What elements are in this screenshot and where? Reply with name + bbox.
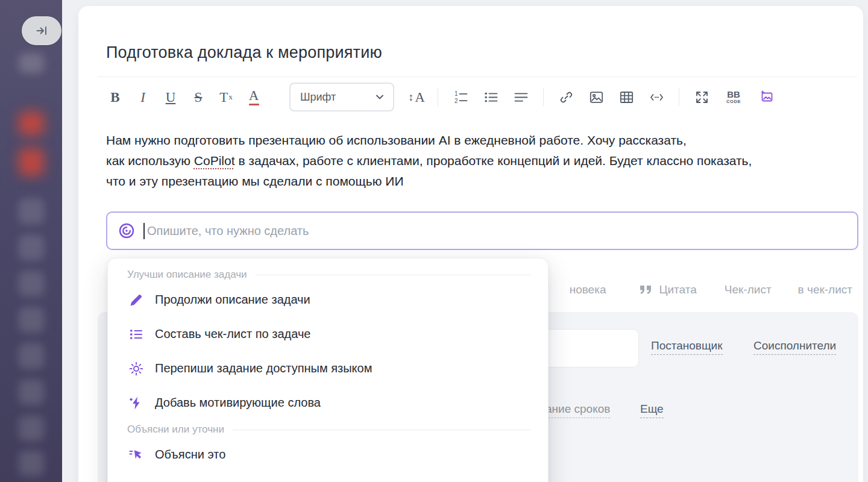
sidebar-item-blurred[interactable] [19, 199, 44, 224]
divider [98, 77, 857, 77]
chevron-down-icon [374, 92, 385, 102]
mention-button[interactable]: новека [570, 283, 606, 296]
sidebar-item-blurred[interactable] [19, 451, 44, 476]
menu-item-add-motivation[interactable]: Добавь мотивирующие слова [108, 386, 548, 420]
toolbar-divider [679, 88, 679, 106]
checklist-icon [128, 327, 144, 342]
text-cursor [143, 223, 145, 239]
spark-icon [128, 395, 144, 411]
section-rule [233, 430, 531, 430]
link-icon [559, 90, 574, 105]
quote-button[interactable]: Цитата [640, 283, 696, 296]
font-size-button[interactable]: ↕ A [403, 85, 430, 109]
copilot-menu: Улучши описание задачи Продолжи описание… [107, 258, 549, 482]
insert-link-button[interactable] [551, 85, 581, 109]
bbcode-button[interactable]: BB CODE [717, 85, 750, 109]
align-left-button[interactable] [506, 85, 536, 109]
copilot-prompt-input[interactable]: Опишите, что нужно сделать [106, 211, 858, 250]
copilot-placeholder: Опишите, что нужно сделать [147, 224, 309, 238]
code-icon [649, 90, 664, 105]
toolbar-divider [543, 88, 544, 106]
checklist-button[interactable]: Чек-лист [725, 283, 772, 296]
ordered-list-icon: 1 2 [453, 90, 468, 105]
sidebar-item-blurred[interactable] [19, 53, 44, 74]
strikethrough-button[interactable]: S [184, 85, 212, 109]
page-title: Подготовка доклада к мероприятию [106, 43, 382, 62]
underline-button[interactable]: U [157, 85, 184, 109]
svg-text:1: 1 [454, 90, 458, 97]
sun-icon [128, 361, 144, 377]
italic-button[interactable]: I [129, 85, 157, 109]
collapse-sidebar-icon [35, 24, 48, 37]
editor-toolbar: B I U S Tx A Шрифт ↕ A 1 2 [101, 83, 783, 111]
description-line: что и эту презентацию мы сделали с помощ… [106, 171, 752, 192]
more-link[interactable]: Еще [640, 402, 664, 418]
spellcheck-word: CoPilot [194, 154, 235, 167]
table-icon [619, 90, 634, 105]
insert-image-button[interactable] [581, 85, 611, 109]
ordered-list-button[interactable]: 1 2 [445, 85, 476, 109]
app-window: Подготовка доклада к мероприятию B I U S… [0, 0, 868, 482]
sidebar-item-blurred[interactable] [19, 307, 44, 333]
menu-item-explain-this[interactable]: Объясни это [108, 437, 548, 472]
clear-format-button[interactable]: Tx [212, 85, 240, 109]
menu-item-rewrite-simple[interactable]: Перепиши задание доступным языком [108, 351, 548, 386]
task-card: Подготовка доклада к мероприятию B I U S… [78, 6, 863, 482]
expand-icon [694, 90, 709, 105]
menu-item-continue-description[interactable]: Продолжи описание задачи [108, 283, 548, 317]
bullet-list-icon [483, 90, 498, 105]
font-family-select[interactable]: Шрифт [289, 83, 394, 111]
sidebar-notification-blurred[interactable] [19, 111, 44, 136]
sidebar-item-blurred[interactable] [19, 271, 44, 296]
description-line: Нам нужно подготовить презентацию об исп… [106, 130, 752, 151]
sidebar-notification-blurred[interactable] [19, 148, 44, 176]
copilot-icon [118, 222, 135, 239]
toolbar-divider [438, 88, 438, 106]
color-bar [249, 104, 259, 105]
ai-image-button[interactable] [750, 85, 783, 109]
image-icon [589, 90, 604, 105]
description-line: как использую CoPilot в задачах, работе … [106, 151, 752, 171]
to-checklist-button[interactable]: в чек-лист [798, 283, 852, 296]
magic-image-icon [759, 89, 775, 105]
bbcode-icon: BB CODE [726, 90, 741, 104]
sidebar-item-blurred[interactable] [19, 235, 44, 260]
section-rule [256, 275, 531, 275]
sidebar-item-blurred[interactable] [19, 416, 44, 441]
task-description-editor[interactable]: Нам нужно подготовить презентацию об исп… [106, 130, 752, 192]
menu-item-make-checklist[interactable]: Составь чек-лист по задаче [108, 317, 548, 351]
sidebar-item-blurred[interactable] [19, 380, 44, 405]
text-color-button[interactable]: A [240, 85, 268, 109]
editor-insert-bar: новека Цитата Чек-лист в чек-лист [570, 283, 852, 296]
sidebar-item-blurred[interactable] [19, 343, 44, 369]
align-left-icon [514, 90, 529, 105]
menu-section-header: Объясни или уточни [108, 422, 548, 437]
cursor-icon [128, 447, 144, 463]
co-executors-link[interactable]: Соисполнители [753, 339, 836, 355]
bullet-list-button[interactable] [476, 85, 506, 109]
insert-table-button[interactable] [611, 85, 641, 109]
pen-icon [128, 292, 144, 308]
sidebar [0, 0, 62, 482]
svg-text:2: 2 [454, 97, 458, 104]
originator-link[interactable]: Постановщик [651, 339, 723, 355]
bold-button[interactable]: B [101, 85, 129, 109]
insert-code-button[interactable] [641, 85, 671, 109]
deadline-planning-link[interactable]: ание сроков [546, 402, 610, 418]
fullscreen-button[interactable] [687, 85, 717, 109]
quote-icon [640, 285, 653, 295]
menu-section-header: Улучши описание задачи [108, 267, 548, 283]
sidebar-collapse-button[interactable] [22, 16, 61, 45]
